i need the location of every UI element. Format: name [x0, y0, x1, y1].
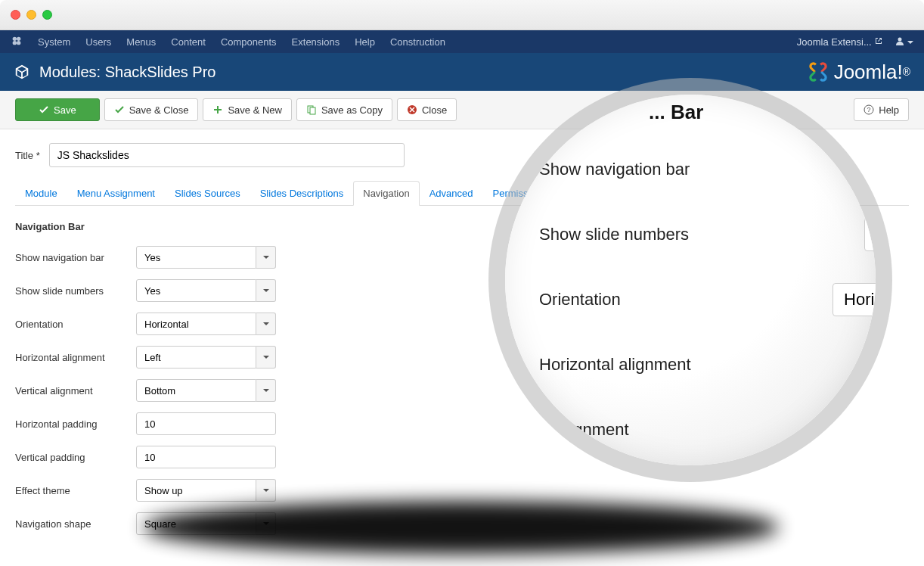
- check-icon: [39, 104, 49, 115]
- select-field[interactable]: Left: [136, 346, 276, 369]
- field-label: Vertical alignment: [15, 385, 136, 397]
- close-button[interactable]: Close: [397, 98, 457, 121]
- user-menu[interactable]: [895, 36, 913, 48]
- svg-point-2: [13, 41, 17, 45]
- magnifier-label: Show slide numbers: [539, 225, 689, 244]
- tab-advanced[interactable]: Advanced: [420, 181, 483, 206]
- svg-point-1: [17, 36, 20, 40]
- cancel-icon: [407, 104, 417, 115]
- joomla-icon[interactable]: [11, 35, 23, 49]
- select-field[interactable]: Show up: [136, 479, 276, 502]
- tab-slides-sources[interactable]: Slides Sources: [165, 181, 250, 206]
- text-input[interactable]: [136, 446, 276, 468]
- magnifier-label: Orientation: [539, 290, 621, 309]
- caret-down-icon: [907, 39, 913, 45]
- help-button[interactable]: ? Help: [854, 98, 909, 121]
- menu-components[interactable]: Components: [221, 36, 277, 48]
- field-label: Vertical padding: [15, 452, 136, 463]
- module-title-input[interactable]: [49, 143, 405, 167]
- caret-down-icon[interactable]: [256, 279, 276, 302]
- svg-point-4: [898, 37, 902, 41]
- select-field[interactable]: Horizontal: [136, 313, 276, 335]
- field-label: Navigation shape: [15, 518, 136, 530]
- field-label: Horizontal padding: [15, 418, 136, 430]
- shadow-decoration: [144, 501, 779, 554]
- menu-help[interactable]: Help: [355, 36, 375, 48]
- caret-down-icon[interactable]: [256, 246, 276, 269]
- caret-down-icon[interactable]: [256, 479, 276, 502]
- module-icon: [14, 64, 30, 80]
- magnifier-overlay: ... Bar Show navigation barYesShow slide…: [505, 95, 876, 465]
- save-copy-button[interactable]: Save as Copy: [296, 98, 392, 121]
- check-icon: [114, 104, 125, 115]
- form-row: Effect themeShow up: [15, 479, 909, 502]
- form-row: Vertical padding: [15, 446, 909, 468]
- joomla-logo-text: Joomla!: [834, 61, 903, 84]
- field-label: Show slide numbers: [15, 285, 136, 297]
- copy-icon: [306, 104, 317, 115]
- save-button[interactable]: Save: [15, 98, 100, 121]
- help-icon: ?: [864, 104, 874, 115]
- tab-slides-descriptions[interactable]: Slides Descriptions: [250, 181, 354, 206]
- menu-construction[interactable]: Construction: [390, 36, 445, 48]
- save-close-button[interactable]: Save & Close: [104, 98, 199, 121]
- text-input[interactable]: [136, 412, 276, 435]
- field-label: Show navigation bar: [15, 252, 136, 263]
- menu-menus[interactable]: Menus: [126, 36, 156, 48]
- external-link-icon: [874, 36, 883, 45]
- title-label: Title *: [15, 150, 40, 161]
- tab-menu-assignment[interactable]: Menu Assignment: [67, 181, 165, 206]
- select-field[interactable]: Bottom: [136, 379, 276, 402]
- window-minimize-dot[interactable]: [26, 10, 36, 20]
- field-label: Orientation: [15, 319, 136, 330]
- magnifier-label: Show navigation bar: [539, 160, 690, 179]
- select-value: Show up: [136, 479, 256, 502]
- joomla-logo[interactable]: Joomla!®: [805, 58, 910, 86]
- joomla-logo-icon: [805, 59, 831, 85]
- select-field[interactable]: Yes: [136, 279, 276, 302]
- site-link[interactable]: Joomla Extensi...: [797, 36, 884, 48]
- caret-down-icon[interactable]: [256, 313, 276, 335]
- menu-users[interactable]: Users: [85, 36, 111, 48]
- select-value: Yes: [136, 246, 256, 269]
- magnifier-row: Horizontal alignmentLeft: [539, 348, 876, 381]
- user-icon: [895, 36, 904, 45]
- admin-top-menu: System Users Menus Content Components Ex…: [0, 30, 924, 53]
- caret-down-icon[interactable]: [256, 346, 276, 369]
- svg-point-3: [17, 41, 20, 45]
- magnifier-row: OrientationHorizont: [539, 283, 876, 316]
- select-value: Yes: [136, 279, 256, 302]
- field-label: Horizontal alignment: [15, 352, 136, 363]
- menu-content[interactable]: Content: [171, 36, 206, 48]
- tab-navigation[interactable]: Navigation: [353, 181, 419, 206]
- field-label: Effect theme: [15, 485, 136, 496]
- plus-icon: [212, 104, 223, 115]
- svg-text:?: ?: [867, 106, 871, 114]
- magnifier-row: Show navigation barYes: [539, 153, 876, 186]
- save-new-button[interactable]: Save & New: [203, 98, 292, 121]
- select-field[interactable]: Yes: [136, 246, 276, 269]
- window-maximize-dot[interactable]: [42, 10, 52, 20]
- caret-down-icon[interactable]: [256, 379, 276, 402]
- page-title: Modules: ShackSlides Pro: [39, 64, 215, 81]
- select-value: Left: [136, 346, 256, 369]
- magnifier-select[interactable]: Horizont: [833, 283, 876, 316]
- select-value: Bottom: [136, 379, 256, 402]
- menu-system[interactable]: System: [38, 36, 70, 48]
- select-value: Horizontal: [136, 313, 256, 335]
- svg-rect-6: [310, 107, 315, 114]
- page-header: Modules: ShackSlides Pro Joomla!®: [0, 53, 924, 91]
- browser-chrome: [0, 0, 924, 30]
- magnifier-label: Horizontal alignment: [539, 355, 691, 375]
- window-close-dot[interactable]: [11, 10, 20, 20]
- tab-module[interactable]: Module: [15, 181, 67, 206]
- svg-point-0: [13, 36, 17, 40]
- magnifier-row: Show slide numbersYes: [539, 218, 876, 251]
- menu-extensions[interactable]: Extensions: [292, 36, 340, 48]
